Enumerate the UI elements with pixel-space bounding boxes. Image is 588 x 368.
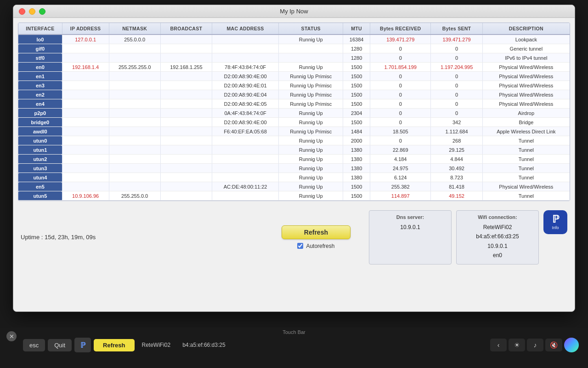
wifi-ip: 10.9.0.1 [464, 242, 531, 251]
table-cell: Tunnel [482, 164, 570, 173]
table-cell: 0 [370, 44, 431, 53]
tb-system-controls: ‹ ☀ ♪ 🔇 [490, 338, 579, 352]
table-cell: 0 [431, 109, 482, 118]
table-cell: 22.869 [370, 145, 431, 155]
table-row: en5AC:DE:48:00:11:22Runnig Up1500255.382… [18, 182, 570, 191]
table-header-row: INTERFACE IP ADDRESS NETMASK BROADCAST M… [18, 23, 570, 34]
main-window: My Ip Now INTERFACE IP ADDRESS NETMASK B… [13, 5, 575, 312]
tb-siri-btn[interactable] [564, 338, 579, 352]
table-cell: D2:00:A8:90:4E:04 [212, 90, 278, 99]
table-cell: AC:DE:48:00:11:22 [212, 182, 278, 191]
table-cell: 0 [370, 53, 431, 63]
table-cell [160, 173, 212, 182]
table-cell: 139.471.279 [431, 34, 482, 44]
table-row: en2D2:00:A8:90:4E:04Runnig Up Primisc150… [18, 90, 570, 99]
table-cell [279, 44, 343, 53]
table-cell [279, 53, 343, 63]
table-cell [109, 118, 160, 127]
table-cell: Runnig Up [279, 34, 343, 44]
table-cell: 255.255.0.0 [109, 191, 160, 201]
table-cell [160, 81, 212, 90]
table-cell: 29.125 [431, 145, 482, 155]
col-broadcast: BROADCAST [160, 23, 212, 34]
table-cell [160, 145, 212, 155]
table-cell: utun2 [18, 155, 62, 164]
autorefresh-checkbox[interactable] [297, 243, 303, 249]
table-cell: 1380 [343, 173, 370, 182]
table-cell [109, 44, 160, 53]
table-cell: Runnig Up [279, 118, 343, 127]
table-row: utun2Runnig Up13804.1844.844Tunnel [18, 155, 570, 164]
refresh-button[interactable]: Refresh [282, 225, 351, 239]
table-cell: 1500 [343, 99, 370, 109]
table-cell: Airdrop [482, 109, 570, 118]
table-cell [62, 118, 109, 127]
close-button[interactable] [19, 8, 25, 15]
table-cell [62, 136, 109, 145]
table-cell [62, 109, 109, 118]
table-cell: 0 [370, 99, 431, 109]
refresh-area: Refresh Autorefresh [282, 225, 351, 249]
table-cell: 114.897 [370, 191, 431, 201]
network-table: INTERFACE IP ADDRESS NETMASK BROADCAST M… [18, 23, 570, 201]
col-mtu: MTU [343, 23, 370, 34]
table-cell: 1500 [343, 191, 370, 201]
table-row: lo0127.0.0.1255.0.0.0Runnig Up16384139.4… [18, 34, 570, 44]
table-cell: 1380 [343, 145, 370, 155]
table-cell: utun5 [18, 191, 62, 201]
table-cell: 1500 [343, 182, 370, 191]
table-cell: 0 [370, 72, 431, 81]
col-interface: INTERFACE [18, 23, 62, 34]
table-cell: Apple Wireless Direct Link [482, 127, 570, 136]
maximize-button[interactable] [39, 8, 45, 15]
tb-volume-btn[interactable]: ♪ [527, 339, 543, 351]
table-cell: Runnig Up Primisc [279, 81, 343, 90]
table-cell [62, 99, 109, 109]
table-cell: 0 [431, 99, 482, 109]
table-cell: Bridge [482, 118, 570, 127]
table-cell: 192.168.1.255 [160, 63, 212, 72]
esc-key[interactable]: esc [23, 339, 45, 351]
table-cell: 6.124 [370, 173, 431, 182]
table-cell [212, 145, 278, 155]
table-cell: 1500 [343, 63, 370, 72]
wifi-panel: Wifi connection: ReteWiFi02 b4:a5:ef:66:… [456, 210, 539, 264]
table-cell: Runnig Up [279, 136, 343, 145]
quit-button[interactable]: Quit [48, 339, 72, 351]
tb-brightness-btn[interactable]: ☀ [509, 339, 525, 351]
table-cell: 0 [370, 81, 431, 90]
table-cell [160, 109, 212, 118]
tb-refresh-button[interactable]: Refresh [94, 339, 134, 351]
table-cell: 2304 [343, 109, 370, 118]
app-info-button[interactable]: ℙ Info [543, 210, 567, 234]
tb-mute-btn[interactable]: 🔇 [545, 339, 562, 351]
col-description: DESCRIPTION [482, 23, 570, 34]
wifi-mac: b4:a5:ef:66:d3:25 [464, 232, 531, 241]
app-tb-icon[interactable]: ℙ [74, 338, 91, 352]
app-icon-label: Info [552, 225, 559, 230]
minimize-button[interactable] [29, 8, 35, 15]
table-cell: 1380 [343, 155, 370, 164]
table-cell: utun0 [18, 136, 62, 145]
uptime-label: Uptime : 15d, 23h, 19m, 09s [21, 234, 96, 241]
window-controls [19, 8, 45, 15]
table-cell: D2:00:A8:90:4E:00 [212, 118, 278, 127]
table-cell: 0A:4F:43:84:74:0F [212, 109, 278, 118]
table-cell [212, 34, 278, 44]
touch-bar-close-button[interactable]: ✕ [6, 331, 17, 341]
table-cell: Runnig Up [279, 173, 343, 182]
table-cell [160, 191, 212, 201]
table-cell: 1280 [343, 53, 370, 63]
col-status: STATUS [279, 23, 343, 34]
table-cell: Physical Wired/Wireless [482, 72, 570, 81]
table-cell: 0 [370, 90, 431, 99]
table-cell: Physical Wired/Wireless [482, 63, 570, 72]
table-cell: Runnig Up [279, 182, 343, 191]
table-cell: D2:00:A8:90:4E:01 [212, 81, 278, 90]
table-cell: gif0 [18, 44, 62, 53]
table-row: en0192.168.1.4255.255.255.0192.168.1.255… [18, 63, 570, 72]
table-cell: en3 [18, 81, 62, 90]
table-cell [160, 136, 212, 145]
table-row: utun1Runnig Up138022.86929.125Tunnel [18, 145, 570, 155]
tb-back-btn[interactable]: ‹ [490, 339, 507, 351]
